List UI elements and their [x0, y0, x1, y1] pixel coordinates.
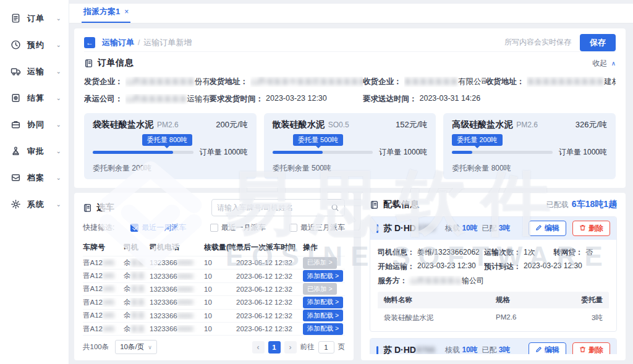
plate-cell: 晋A12345 [83, 258, 124, 268]
material-row: 袋装硅酸盐水泥PM2.63吨 [378, 308, 609, 325]
prev-page-button[interactable]: ‹ [252, 341, 265, 353]
redacted-text: 山西某某某某某某 [125, 95, 187, 103]
driver-cell: 余某某 [124, 311, 150, 320]
pencil-icon [535, 346, 542, 355]
save-button[interactable]: 保存 [580, 34, 616, 51]
add-load-button[interactable]: 添加配载 > [303, 270, 343, 282]
sidebar-item-transport[interactable]: 运输 ⌄ [0, 58, 69, 85]
total-count: 共100条 [83, 342, 109, 352]
next-page-button[interactable]: › [284, 341, 297, 353]
vehicle-search-box[interactable] [211, 199, 345, 216]
page-size-select[interactable]: 10条/页 ∨ [115, 340, 157, 354]
vehicle-search-input[interactable] [217, 203, 331, 212]
edit-button[interactable]: 编辑 [529, 342, 566, 354]
progress-fill [93, 151, 173, 154]
chevron-down-icon: ∨ [148, 344, 152, 350]
table-row: 晋A12345 余某某 13233660000 10 2023-06-12 12… [83, 295, 345, 308]
load-card-0: 苏 D·HD8766 核载 10吨 已配 3吨 编辑 删除 司机信息：姜维/13… [370, 216, 617, 332]
redacted-text: 0000 [177, 259, 193, 266]
capacity-cell: 10 [204, 273, 236, 280]
delete-button[interactable]: 删除 [572, 221, 610, 236]
phone-cell: 13233660000 [150, 286, 204, 293]
trash-icon [579, 346, 586, 355]
plate-cell: 晋A12345 [83, 324, 124, 334]
table-row: 晋A12345 余某某 13233660000 10 2023-06-12 12… [83, 282, 345, 295]
content-area: ← 运输订单 / 运输订单新增 所写内容会实时保存 保存 订单信息 收起 ∧ 发… [69, 23, 633, 364]
sidebar-item-system[interactable]: 系统 ⌄ [0, 191, 69, 218]
checkbox-icon[interactable] [289, 224, 297, 232]
order-icon [11, 13, 21, 23]
briefcase-icon [11, 119, 21, 130]
product-name: 高级硅酸盐水泥 [452, 119, 512, 130]
sidebar-item-booking[interactable]: 预约 ⌄ [0, 32, 69, 58]
redacted-text: 345 [103, 272, 114, 279]
order-fields: 发货企业： 山西某某某某某某某份有限集团 发货地址： 山西省某某市某某区某某某某… [84, 77, 616, 104]
redacted-text: 345 [103, 259, 114, 266]
tab-bar: 指派方案1 × [69, 4, 633, 23]
capacity-info: 核载 10吨 已配 3吨 [445, 345, 510, 354]
add-load-button[interactable]: 添加配载 > [303, 310, 343, 321]
edit-button[interactable]: 编辑 [529, 221, 566, 236]
loaded-summary-label: 已配载 [546, 200, 569, 210]
document-icon [83, 203, 92, 213]
last-dispatch-cell: 2023-06-12 12:32 [236, 273, 303, 280]
last-dispatch-cell: 2023-06-12 12:32 [236, 325, 303, 332]
sidebar-item-settlement[interactable]: 结算 ⌄ [0, 85, 69, 111]
order-quantity: 订单量 1000吨 [559, 147, 607, 158]
product-name: 散装硅酸水泥 [273, 119, 325, 130]
load-cards: 苏 D·HD8766 核载 10吨 已配 3吨 编辑 删除 司机信息：姜维/13… [370, 210, 617, 354]
breadcrumb-parent[interactable]: 运输订单 [102, 37, 134, 48]
order-field-4: 承运公司： 山西某某某某某某运输有限公司 [84, 94, 210, 104]
order-info-title: 订单信息 [98, 57, 134, 69]
checkbox-icon[interactable] [130, 224, 138, 232]
filter-checkbox-1[interactable]: 最近一月派车 [210, 222, 266, 233]
order-field-5: 要求发货时间： 2023-03-23 12:30 [210, 94, 363, 104]
goto-page-input[interactable] [318, 341, 334, 353]
checkbox-icon[interactable] [210, 224, 218, 232]
product-price: 200元/吨 [216, 119, 247, 130]
sidebar-item-order[interactable]: 订单 ⌄ [0, 5, 69, 32]
sidebar-item-collaboration[interactable]: 协同 ⌄ [0, 111, 69, 138]
trash-icon [579, 224, 586, 233]
redacted-text: 0000 [177, 325, 193, 332]
filter-checkbox-0[interactable]: 最近一周派车 [130, 222, 186, 233]
entrust-remaining: 委托剩余量 500吨 [273, 163, 428, 174]
chevron-down-icon: ⌄ [56, 201, 61, 208]
sidebar-item-archive[interactable]: 档案 ⌄ [0, 164, 69, 191]
chevron-down-icon: ⌄ [56, 174, 61, 181]
column-header: 司机 [124, 242, 150, 253]
bottom-panels: 选车 快捷筛选: 最近一周派车 最近一月派车 最近三月派车 车牌号司机司机电话核… [74, 193, 626, 360]
back-button[interactable]: ← [84, 37, 95, 48]
tab-dispatch-plan-1[interactable]: 指派方案1 × [82, 2, 130, 23]
redacted-text: 某某 [131, 285, 145, 292]
sidebar-item-approval[interactable]: 审批 ⌄ [0, 138, 69, 164]
delete-button[interactable]: 删除 [572, 342, 610, 354]
eta-time: 预计到达：2023-03-23 12:30 [484, 261, 609, 272]
tab-close-icon[interactable]: × [124, 7, 129, 16]
current-page[interactable]: 1 [268, 341, 281, 353]
filter-checkbox-2[interactable]: 最近三月派车 [289, 222, 345, 233]
entrust-remaining: 委托剩余量 800吨 [452, 163, 607, 174]
redacted-text: 345 [103, 325, 114, 332]
phone-cell: 13233660000 [150, 298, 204, 306]
product-spec: PM2.6 [516, 121, 538, 129]
collapse-toggle[interactable]: 收起 ∧ [592, 58, 616, 69]
load-panel-header: 配载信息 已配载 6车18吨1趟 [370, 199, 617, 210]
product-spec: SO0.5 [328, 121, 349, 129]
last-dispatch-cell: 2023-06-12 12:32 [236, 286, 303, 293]
stamp-icon [11, 146, 21, 156]
product-name: 袋装硅酸盐水泥 [93, 119, 153, 130]
net-loan: 转网贷：否 [553, 247, 609, 258]
add-load-button[interactable]: 添加配载 > [303, 323, 343, 335]
table-row: 晋A12345 余某某 13233660000 10 2023-06-12 12… [83, 269, 345, 282]
product-card-1: 散装硅酸水泥 SO0.5 152元/吨 委托量 500吨 订单量 1000吨 委… [264, 113, 436, 179]
capacity-cell: 10 [204, 259, 236, 266]
already-added-button[interactable]: 已添加 > [303, 257, 337, 269]
add-load-button[interactable]: 添加配载 > [303, 297, 343, 308]
already-added-button[interactable]: 已添加 > [303, 283, 337, 295]
search-icon[interactable] [331, 203, 339, 212]
vehicle-panel-header: 选车 [83, 199, 345, 216]
redacted-text: 0000 [177, 298, 193, 306]
chevron-down-icon: ⌄ [56, 148, 61, 154]
table-row: 晋A12345 余某某 13233660000 10 2023-06-12 12… [83, 256, 345, 269]
